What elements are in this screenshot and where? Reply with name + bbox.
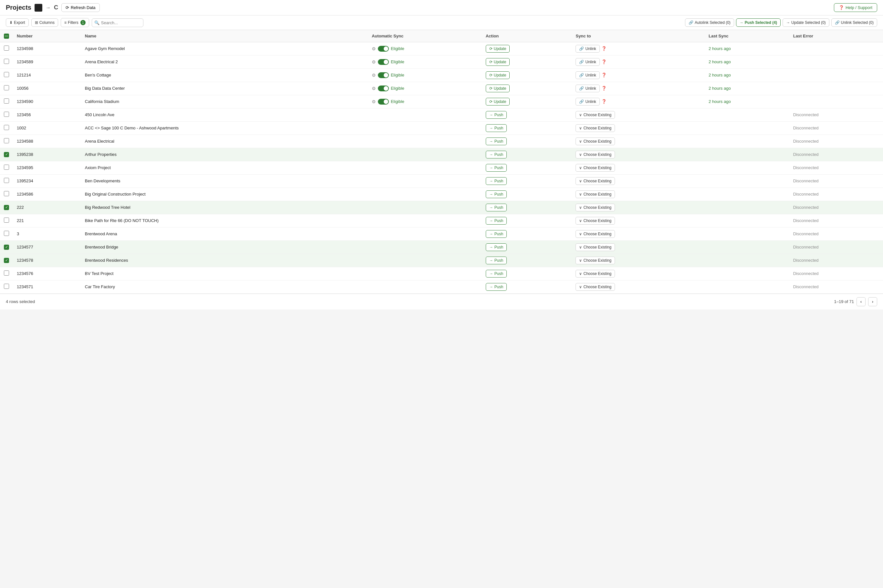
row-last-sync [705, 254, 789, 267]
push-button[interactable]: → Push [486, 164, 507, 172]
choose-existing-button[interactable]: ∨ Choose Existing [576, 230, 615, 238]
choose-existing-button[interactable]: ∨ Choose Existing [576, 151, 615, 159]
push-button[interactable]: → Push [486, 124, 507, 132]
unlink-icon: 🔗 [579, 99, 584, 104]
choose-existing-button[interactable]: ∨ Choose Existing [576, 111, 615, 119]
row-checkbox[interactable] [4, 178, 9, 183]
push-button[interactable]: → Push [486, 111, 507, 119]
unlink-selected-button[interactable]: 🔗 Unlink Selected (0) [831, 18, 877, 27]
choose-existing-button[interactable]: ∨ Choose Existing [576, 270, 615, 278]
row-checkbox[interactable] [4, 72, 9, 77]
toggle-switch[interactable] [378, 59, 389, 65]
row-number: 222 [13, 201, 81, 214]
unlink-button[interactable]: 🔗 Unlink [576, 98, 599, 105]
row-last-error: Disconnected [789, 267, 883, 280]
choose-existing-button[interactable]: ∨ Choose Existing [576, 164, 615, 172]
unlink-button[interactable]: 🔗 Unlink [576, 71, 599, 79]
row-sync-to: ∨ Choose Existing [572, 214, 705, 227]
update-button[interactable]: ⟳ Update [486, 45, 510, 52]
push-button[interactable]: → Push [486, 217, 507, 225]
row-checkbox[interactable]: ✓ [4, 244, 9, 250]
row-auto-sync [368, 214, 482, 227]
update-button[interactable]: ⟳ Update [486, 98, 510, 105]
next-page-button[interactable]: › [868, 297, 877, 306]
toggle-switch[interactable] [378, 72, 389, 78]
choose-existing-button[interactable]: ∨ Choose Existing [576, 204, 615, 212]
gear-icon[interactable]: ⚙ [372, 46, 376, 51]
help-circle-icon[interactable]: ❓ [602, 73, 606, 78]
choose-existing-button[interactable]: ∨ Choose Existing [576, 190, 615, 198]
row-checkbox[interactable]: ✓ [4, 152, 9, 157]
row-checkbox[interactable] [4, 191, 9, 196]
row-checkbox[interactable] [4, 284, 9, 289]
prev-page-button[interactable]: ‹ [856, 297, 866, 306]
update-button[interactable]: ⟳ Update [486, 58, 510, 66]
choose-existing-button[interactable]: ∨ Choose Existing [576, 177, 615, 185]
push-button[interactable]: → Push [486, 270, 507, 278]
row-number: 1234590 [13, 95, 81, 108]
toggle-switch[interactable] [378, 99, 389, 105]
row-checkbox[interactable] [4, 112, 9, 117]
push-button[interactable]: → Push [486, 177, 507, 185]
gear-icon[interactable]: ⚙ [372, 73, 376, 78]
push-button[interactable]: → Push [486, 243, 507, 251]
gear-icon[interactable]: ⚙ [372, 99, 376, 104]
row-checkbox[interactable] [4, 45, 9, 51]
help-circle-icon[interactable]: ❓ [602, 59, 606, 64]
push-button[interactable]: → Push [486, 190, 507, 198]
gear-icon[interactable]: ⚙ [372, 86, 376, 91]
choose-existing-button[interactable]: ∨ Choose Existing [576, 124, 615, 132]
push-selected-button[interactable]: → Push Selected (4) [736, 18, 781, 27]
push-button[interactable]: → Push [486, 138, 507, 145]
update-button[interactable]: ⟳ Update [486, 71, 510, 79]
unlink-button[interactable]: 🔗 Unlink [576, 58, 599, 66]
push-button[interactable]: → Push [486, 283, 507, 291]
help-circle-icon[interactable]: ❓ [602, 99, 606, 104]
toggle-switch[interactable] [378, 46, 389, 52]
row-checkbox[interactable] [4, 165, 9, 170]
row-checkbox[interactable] [4, 125, 9, 130]
search-input[interactable] [92, 18, 143, 27]
help-circle-icon[interactable]: ❓ [602, 46, 606, 51]
arrow-right-icon: → [45, 5, 51, 10]
unlink-button[interactable]: 🔗 Unlink [576, 45, 599, 52]
help-circle-icon[interactable]: ❓ [602, 86, 606, 91]
refresh-data-button[interactable]: ⟳ Refresh Data [62, 3, 100, 12]
row-checkbox[interactable] [4, 270, 9, 276]
row-checkbox[interactable] [4, 218, 9, 223]
row-checkbox[interactable]: ✓ [4, 205, 9, 210]
header-checkbox[interactable]: — [4, 34, 9, 39]
gear-icon[interactable]: ⚙ [372, 59, 376, 64]
help-support-button[interactable]: ❓ Help / Support [834, 3, 877, 12]
row-checkbox[interactable] [4, 231, 9, 236]
push-row-icon: → [489, 285, 493, 289]
row-checkbox[interactable] [4, 59, 9, 64]
row-checkbox[interactable] [4, 98, 9, 104]
push-row-icon: → [489, 258, 493, 263]
autolink-selected-button[interactable]: 🔗 Autolink Selected (0) [685, 18, 734, 27]
row-last-error: Disconnected [789, 108, 883, 122]
unlink-button[interactable]: 🔗 Unlink [576, 84, 599, 92]
row-action: ⟳ Update [482, 42, 572, 55]
update-button[interactable]: ⟳ Update [486, 84, 510, 92]
push-button[interactable]: → Push [486, 230, 507, 238]
columns-button[interactable]: ⊞ Columns [31, 18, 58, 27]
choose-existing-button[interactable]: ∨ Choose Existing [576, 283, 615, 291]
update-selected-button[interactable]: → Update Selected (0) [782, 18, 829, 27]
row-number: 1234598 [13, 42, 81, 55]
export-button[interactable]: ⬇ Export [6, 18, 29, 27]
row-action: → Push [482, 148, 572, 161]
choose-existing-button[interactable]: ∨ Choose Existing [576, 217, 615, 225]
push-button[interactable]: → Push [486, 204, 507, 212]
row-checkbox[interactable] [4, 85, 9, 90]
push-button[interactable]: → Push [486, 151, 507, 159]
row-last-error: Disconnected [789, 174, 883, 188]
choose-existing-button[interactable]: ∨ Choose Existing [576, 243, 615, 251]
row-checkbox[interactable]: ✓ [4, 258, 9, 263]
choose-existing-button[interactable]: ∨ Choose Existing [576, 138, 615, 145]
push-button[interactable]: → Push [486, 256, 507, 264]
toggle-switch[interactable] [378, 86, 389, 92]
choose-existing-button[interactable]: ∨ Choose Existing [576, 256, 615, 264]
filters-button[interactable]: ≡ Filters 1 [61, 18, 89, 27]
row-checkbox[interactable] [4, 138, 9, 143]
